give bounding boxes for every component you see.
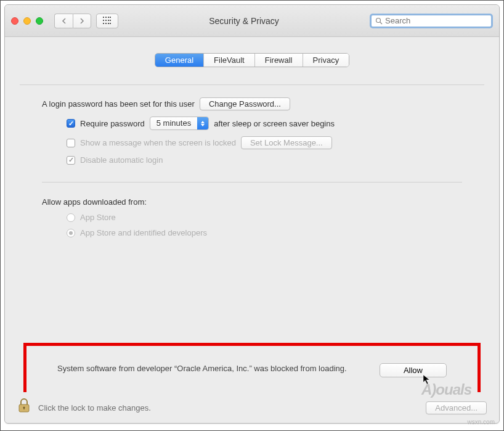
show-message-checkbox[interactable]: [67, 139, 75, 147]
login-password-label: A login password has been set for this u…: [42, 99, 195, 109]
stepper-icon: [197, 117, 208, 129]
titlebar: Security & Privacy: [5, 5, 499, 37]
disable-auto-login-checkbox[interactable]: [67, 156, 75, 165]
svg-point-0: [376, 18, 381, 22]
delay-value: 5 minutes: [150, 117, 197, 129]
tab-general[interactable]: General: [155, 54, 204, 67]
chevron-right-icon: [79, 18, 84, 24]
cursor-icon: [423, 374, 431, 388]
traffic-lights: [11, 17, 43, 25]
footer: Click the lock to make changes. Advanced…: [5, 392, 499, 423]
search-box[interactable]: [370, 14, 493, 28]
lock-icon[interactable]: [17, 398, 31, 417]
window: Security & Privacy General FileVault Fir…: [4, 4, 500, 424]
tabs: General FileVault Firewall Privacy: [5, 53, 499, 67]
svg-rect-4: [23, 408, 24, 409]
forward-button[interactable]: [73, 14, 91, 28]
corner-credit: wsxn.com: [468, 419, 495, 425]
show-all-button[interactable]: [96, 14, 118, 28]
tab-privacy[interactable]: Privacy: [303, 54, 349, 67]
svg-line-1: [380, 22, 382, 24]
disable-auto-login-label: Disable automatic login: [80, 155, 163, 165]
chevron-left-icon: [62, 18, 67, 24]
allow-button[interactable]: Allow: [380, 363, 447, 377]
require-password-label-after: after sleep or screen saver begins: [214, 119, 335, 128]
change-password-button[interactable]: Change Password...: [200, 97, 290, 110]
show-message-label: Show a message when the screen is locked: [80, 138, 236, 147]
radio-identified-label: App Store and identified developers: [80, 228, 207, 237]
radio-appstore-label: App Store: [80, 213, 116, 222]
require-password-checkbox[interactable]: [67, 119, 75, 128]
radio-identified[interactable]: [67, 229, 75, 237]
allow-apps-heading: Allow apps downloaded from:: [42, 197, 147, 207]
maximize-icon[interactable]: [36, 17, 43, 25]
search-icon: [375, 17, 383, 25]
general-panel: A login password has been set for this u…: [20, 84, 484, 237]
lock-text: Click the lock to make changes.: [38, 403, 418, 413]
tab-filevault[interactable]: FileVault: [204, 54, 255, 67]
page-title: Security & Privacy: [123, 16, 365, 26]
require-password-delay-select[interactable]: 5 minutes: [150, 117, 209, 130]
blocked-software-text: System software from developer “Oracle A…: [57, 363, 365, 375]
set-lock-message-button[interactable]: Set Lock Message...: [241, 136, 332, 149]
close-icon[interactable]: [11, 17, 18, 25]
search-input[interactable]: [385, 16, 487, 25]
radio-appstore[interactable]: [67, 213, 75, 222]
content: General FileVault Firewall Privacy A log…: [5, 53, 499, 408]
nav-buttons: [54, 14, 91, 28]
tab-bar: General FileVault Firewall Privacy: [155, 53, 349, 67]
tab-firewall[interactable]: Firewall: [255, 54, 303, 67]
advanced-button[interactable]: Advanced...: [426, 401, 487, 414]
back-button[interactable]: [54, 14, 73, 28]
grid-icon: [103, 17, 112, 25]
minimize-icon[interactable]: [23, 17, 31, 25]
require-password-label-before: Require password: [80, 119, 145, 128]
divider: [42, 182, 462, 183]
